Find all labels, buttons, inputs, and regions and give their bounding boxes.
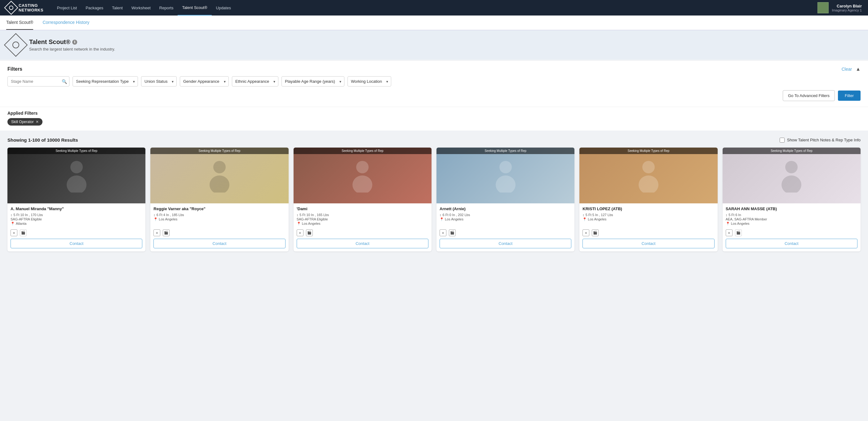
union-status-dropdown[interactable]: Union Status <box>141 76 177 87</box>
talent-name-t6[interactable]: SARAH ANN MASSE (ATB) <box>726 207 858 212</box>
working-location-dropdown[interactable]: Working Location <box>347 76 391 87</box>
contact-btn-wrap-t3: Contact <box>293 239 432 251</box>
resume-icon-t3[interactable]: ≡ <box>297 230 304 236</box>
talent-photo-t2[interactable] <box>150 148 288 203</box>
filter-button[interactable]: Filter <box>838 91 861 101</box>
card-top-t5: Seeking Multiple Types of Rep <box>579 148 717 203</box>
svg-point-3 <box>210 176 229 192</box>
resume-icon-t5[interactable]: ≡ <box>583 230 589 236</box>
info-icon[interactable]: ℹ <box>72 40 77 44</box>
seeking-badge-t4: Seeking Multiple Types of Rep <box>436 148 575 154</box>
card-top-t3: Seeking Multiple Types of Rep <box>293 148 432 203</box>
talent-name-t1[interactable]: A. Manuel Miranda "Manny" <box>10 207 142 212</box>
applied-filters-section: Applied Filters Skill Operator ✕ <box>0 107 868 130</box>
show-pitch-text: Show Talent Pitch Notes & Rep Type Info <box>787 138 861 142</box>
nav-talent-scout[interactable]: Talent Scout® <box>178 0 211 16</box>
tab-talent-scout[interactable]: Talent Scout® <box>6 16 33 30</box>
card-top-t6: Seeking Multiple Types of Rep <box>723 148 861 203</box>
talent-name-t4[interactable]: Arnett (Arnie) <box>440 207 571 212</box>
svg-point-7 <box>496 176 516 192</box>
hero-title: Talent Scout® ℹ <box>29 38 115 46</box>
user-info: Carolyn Blair Imaginary Agency 1 <box>832 4 862 12</box>
contact-button-t4[interactable]: Contact <box>440 239 571 248</box>
nav-project-list[interactable]: Project List <box>53 0 81 16</box>
brand-logo[interactable]: CASTING NETWORKS <box>6 3 43 13</box>
resume-icon-t6[interactable]: ≡ <box>726 230 733 236</box>
svg-point-1 <box>67 176 87 192</box>
svg-point-8 <box>642 161 655 173</box>
talent-card-t4: Seeking Multiple Types of Rep Arnett (Ar… <box>436 148 575 251</box>
tab-correspondence[interactable]: Correspondence History <box>42 16 89 30</box>
reel-icon-t1[interactable]: 🎬 <box>20 230 27 236</box>
clear-filters-button[interactable]: Clear <box>842 67 852 71</box>
playable-age-dropdown[interactable]: Playable Age Range (years) <box>281 76 344 87</box>
results-header: Showing 1-100 of 10000 Results Show Tale… <box>0 133 868 143</box>
collapse-filters-button[interactable]: ▲ <box>856 66 861 72</box>
contact-btn-wrap-t6: Contact <box>723 239 861 251</box>
contact-button-t1[interactable]: Contact <box>10 239 142 248</box>
talent-location-t6: 📍Los Angeles <box>726 222 858 226</box>
seeking-badge-t2: Seeking Multiple Types of Rep <box>150 148 288 154</box>
nav-packages[interactable]: Packages <box>81 0 107 16</box>
brand-name: CASTING NETWORKS <box>19 3 43 12</box>
talent-name-t5[interactable]: KRISTI LOPEZ (ATB) <box>583 207 714 212</box>
resume-icon-t2[interactable]: ≡ <box>153 230 160 236</box>
user-name: Carolyn Blair <box>832 4 862 8</box>
seeking-rep-dropdown[interactable]: Seeking Representation Type <box>72 76 138 87</box>
talent-photo-t3[interactable] <box>293 148 432 203</box>
talent-card-t1: Seeking Multiple Types of Rep A. Manuel … <box>7 148 145 251</box>
talent-photo-t6[interactable] <box>723 148 861 203</box>
hero-icon-inner <box>12 41 19 48</box>
show-pitch-checkbox[interactable] <box>780 138 785 143</box>
talent-location-t5: 📍Los Angeles <box>583 217 714 221</box>
talent-name-t2[interactable]: Reggie Varner aka "Royce" <box>153 207 285 212</box>
reel-icon-t2[interactable]: 🎬 <box>163 230 169 236</box>
playable-age-dropdown-wrap: Playable Age Range (years) ▼ <box>281 76 344 87</box>
brand-icon <box>4 1 18 14</box>
contact-button-t2[interactable]: Contact <box>153 239 285 248</box>
advanced-filters-button[interactable]: Go To Advanced Filters <box>783 90 835 101</box>
remove-skill-operator-button[interactable]: ✕ <box>36 120 39 124</box>
talent-photo-t1[interactable] <box>7 148 145 203</box>
resume-icon-t4[interactable]: ≡ <box>440 230 446 236</box>
talent-card-t6: Seeking Multiple Types of Rep SARAH ANN … <box>723 148 861 251</box>
skill-operator-tag: Skill Operator ✕ <box>7 118 42 125</box>
hero-banner: Talent Scout® ℹ Search the largest talen… <box>0 30 868 60</box>
nav-talent[interactable]: Talent <box>107 0 127 16</box>
filters-section: Filters Clear ▲ 🔍 Seeking Representation… <box>0 61 868 107</box>
reel-icon-t6[interactable]: 🎬 <box>735 230 742 236</box>
talent-info-t2: Reggie Varner aka "Royce" ↕6 Ft 4 In , 1… <box>150 203 288 228</box>
filters-title: Filters <box>7 66 22 72</box>
ethnic-appearance-dropdown[interactable]: Ethnic Appearance <box>232 76 278 87</box>
contact-button-t6[interactable]: Contact <box>726 239 858 248</box>
talent-photo-t4[interactable] <box>436 148 575 203</box>
talent-info-t1: A. Manuel Miranda "Manny" ↕5 Ft 10 In , … <box>7 203 145 228</box>
gender-appearance-dropdown[interactable]: Gender Appearance <box>180 76 229 87</box>
talent-photo-t5[interactable] <box>579 148 717 203</box>
talent-name-t3[interactable]: 'Dami <box>297 207 428 212</box>
reel-icon-t4[interactable]: 🎬 <box>449 230 456 236</box>
contact-button-t5[interactable]: Contact <box>583 239 714 248</box>
search-button[interactable]: 🔍 <box>62 79 67 84</box>
talent-info-t4: Arnett (Arnie) ↕6 Ft 0 In , 202 Lbs 📍Los… <box>436 203 575 228</box>
svg-point-6 <box>499 161 512 173</box>
stage-name-input[interactable] <box>7 76 69 87</box>
talent-grid: Seeking Multiple Types of Rep A. Manuel … <box>0 143 868 259</box>
talent-icons-t1: ≡ 🎬 <box>7 228 145 239</box>
seeking-badge-t5: Seeking Multiple Types of Rep <box>579 148 717 154</box>
card-top-t2: Seeking Multiple Types of Rep <box>150 148 288 203</box>
nav-reports[interactable]: Reports <box>155 0 178 16</box>
ethnic-appearance-dropdown-wrap: Ethnic Appearance ▼ <box>232 76 278 87</box>
skill-operator-label: Skill Operator <box>11 120 34 124</box>
card-top-t1: Seeking Multiple Types of Rep <box>7 148 145 203</box>
user-profile[interactable]: Carolyn Blair Imaginary Agency 1 <box>817 2 862 13</box>
reel-icon-t3[interactable]: 🎬 <box>306 230 313 236</box>
nav-updates[interactable]: Updates <box>212 0 235 16</box>
svg-point-0 <box>70 161 83 173</box>
reel-icon-t5[interactable]: 🎬 <box>592 230 599 236</box>
show-pitch-label[interactable]: Show Talent Pitch Notes & Rep Type Info <box>780 138 861 143</box>
nav-worksheet[interactable]: Worksheet <box>127 0 155 16</box>
contact-button-t3[interactable]: Contact <box>297 239 428 248</box>
svg-point-2 <box>213 161 226 173</box>
resume-icon-t1[interactable]: ≡ <box>10 230 18 236</box>
